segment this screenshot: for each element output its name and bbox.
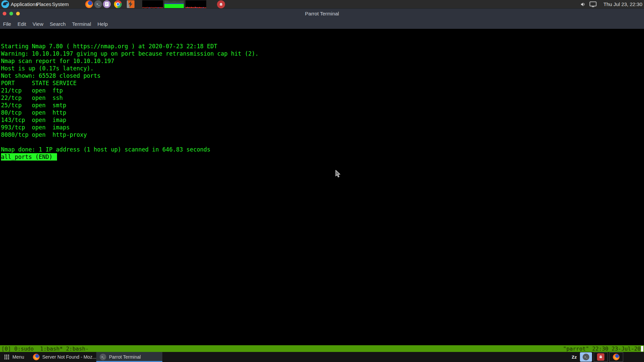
tmux-session-info: "parrot" 22:30 23-Jul-20 (563, 346, 641, 352)
terminal-line: Not shown: 65528 closed ports (1, 72, 259, 79)
window-titlebar[interactable]: Parrot Terminal (0, 9, 644, 19)
menu-system[interactable]: System (52, 0, 69, 8)
clock[interactable]: Thu Jul 23, 22:30 (603, 0, 642, 8)
lightning-icon (127, 0, 135, 8)
menu-file[interactable]: File (3, 21, 11, 27)
start-menu-button[interactable]: Menu (2, 352, 26, 362)
mouse-cursor (335, 170, 341, 179)
network-graph-plot (185, 0, 206, 8)
pager-status-line: all_ports (END) (1, 153, 259, 161)
terminal-icon: >_ (583, 354, 589, 360)
memory-graph-plot (164, 0, 184, 8)
document-icon (103, 0, 111, 8)
terminal-line: 22/tcp open ssh (1, 94, 259, 102)
start-menu-label: Menu (12, 354, 24, 360)
tray-terminal-button[interactable]: >_ (580, 352, 592, 362)
terminal-line: 25/tcp open smtp (1, 102, 259, 109)
desktop: Applications Places System >_ (0, 0, 644, 362)
tmux-window-list[interactable]: [0] 0:sudo 1:bash* 2:bash- (1, 346, 89, 352)
terminal-line: 993/tcp open imaps (1, 124, 259, 131)
terminal-line (1, 138, 259, 146)
chrome-launcher-icon[interactable] (114, 0, 122, 8)
task-label: Server Not Found - Moz... (42, 354, 96, 360)
terminal-line: 80/tcp open http (1, 109, 259, 116)
terminal-line: PORT STATE SERVICE (1, 79, 259, 87)
ghost-icon (597, 353, 604, 361)
volume-icon[interactable] (580, 0, 587, 8)
terminal-line: Nmap scan report for 10.10.10.197 (1, 57, 259, 65)
taskbar-item-firefox[interactable]: Server Not Found - Moz... (30, 352, 100, 362)
tray-chat-button[interactable] (594, 352, 608, 362)
menu-edit[interactable]: Edit (17, 21, 26, 27)
tmux-status-bar: [0] 0:sudo 1:bash* 2:bash- "parrot" 22:3… (0, 345, 644, 352)
terminal-screen[interactable]: Starting Nmap 7.80 ( https://nmap.org ) … (0, 29, 644, 345)
tray-sleep-inhibit[interactable]: Zz (570, 352, 579, 362)
power-manager-launcher-icon[interactable] (127, 0, 135, 8)
menu-applications[interactable]: Applications (11, 0, 38, 8)
bottom-taskbar: Menu Server Not Found - Moz... >_ Parrot… (0, 352, 644, 362)
terminal-line: 143/tcp open imap (1, 116, 259, 124)
menu-view[interactable]: View (33, 21, 43, 27)
cpu-graph[interactable] (142, 0, 163, 8)
grid-menu-icon (4, 354, 9, 360)
terminal-icon: >_ (100, 354, 106, 360)
notes-launcher-icon[interactable] (103, 0, 111, 8)
menu-search[interactable]: Search (50, 21, 66, 27)
terminal-menubar: File Edit View Search Terminal Help (0, 19, 644, 29)
chat-indicator-icon[interactable] (217, 0, 225, 8)
terminal-output: Starting Nmap 7.80 ( https://nmap.org ) … (1, 43, 259, 161)
terminal-line: Host is up (0.17s latency). (1, 65, 259, 72)
menu-help[interactable]: Help (98, 21, 108, 27)
parrot-bird-glyph (1, 0, 9, 8)
firefox-launcher-icon[interactable] (85, 0, 93, 8)
terminal-line: 8080/tcp open http-proxy (1, 131, 259, 138)
terminal-line: 21/tcp open ftp (1, 87, 259, 94)
network-graph[interactable] (185, 0, 206, 8)
menu-places[interactable]: Places (36, 0, 51, 8)
top-panel: Applications Places System >_ (0, 0, 644, 8)
tray-firefox-button[interactable] (609, 352, 623, 362)
ghost-icon (217, 0, 225, 8)
cpu-graph-plot (142, 0, 163, 8)
terminal-launcher-icon[interactable]: >_ (94, 0, 102, 8)
terminal-line: Warning: 10.10.10.197 giving up on port … (1, 50, 259, 57)
parrot-terminal-window: Parrot Terminal File Edit View Search Te… (0, 8, 644, 352)
pager-prompt: all_ports (END) (1, 153, 57, 161)
chrome-icon (114, 0, 122, 8)
firefox-icon (33, 354, 40, 360)
terminal-line: Nmap done: 1 IP address (1 host up) scan… (1, 146, 259, 153)
taskbar-item-parrot-terminal[interactable]: >_ Parrot Terminal (96, 352, 162, 362)
firefox-icon (613, 354, 620, 360)
task-label: Parrot Terminal (109, 354, 141, 360)
tmux-cursor-block (641, 346, 643, 352)
memory-graph[interactable] (164, 0, 184, 8)
menu-terminal[interactable]: Terminal (72, 21, 91, 27)
window-title: Parrot Terminal (0, 9, 644, 19)
terminal-icon: >_ (94, 0, 102, 8)
sleep-icon: Zz (572, 355, 577, 360)
display-icon[interactable] (589, 0, 597, 8)
firefox-icon (85, 0, 93, 8)
parrot-logo-icon[interactable] (1, 0, 9, 8)
terminal-line: Starting Nmap 7.80 ( https://nmap.org ) … (1, 43, 259, 50)
